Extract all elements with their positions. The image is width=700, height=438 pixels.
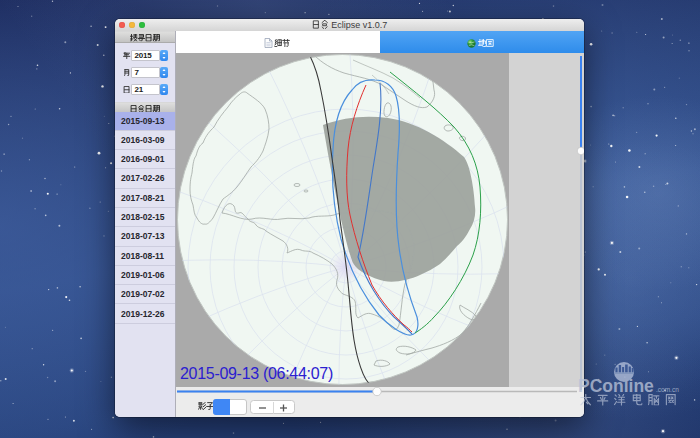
svg-text:2015-09-13 (06:44:07): 2015-09-13 (06:44:07) [180, 365, 333, 382]
svg-text:.com.cn: .com.cn [656, 386, 679, 393]
svg-text:PConline: PConline [578, 376, 654, 396]
